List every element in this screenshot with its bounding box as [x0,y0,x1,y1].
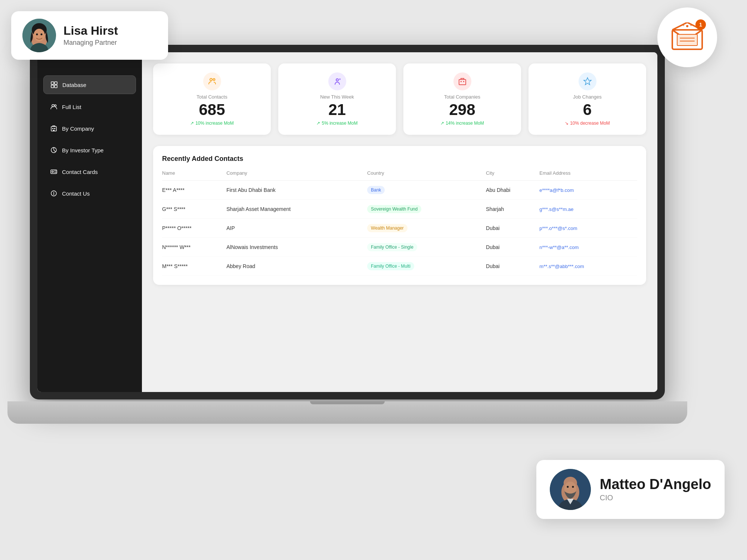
up-arrow-icon-2: ↗ [316,121,320,126]
svg-rect-3 [55,85,57,88]
job-changes-value: 6 [583,102,592,118]
job-changes-change: ↘ 10% decrease MoM [565,121,610,126]
cell-email: m**.s**@abb***.com [539,257,637,276]
sidebar-item-full-list-label: Full List [62,104,81,110]
svg-point-31 [567,486,568,488]
svg-point-14 [210,78,212,81]
matteo-avatar [550,469,591,510]
table-row: N****** W*** AlNowais Investments Family… [162,238,637,257]
cell-city: Dubai [486,238,539,257]
cell-company: Sharjah Asset Management [226,200,367,219]
cell-city: Sharjah [486,200,539,219]
new-this-week-label: New This Week [320,94,354,100]
table-title: Recently Added Contacts [162,155,637,163]
cell-city: Dubai [486,219,539,238]
up-arrow-icon: ↗ [190,121,194,126]
total-companies-value: 298 [449,102,475,118]
svg-rect-0 [51,82,54,84]
laptop-frame: Database Full List [30,45,710,485]
stat-card-job-changes: Job Changes 6 ↘ 10% decrease MoM [529,63,646,135]
lisa-info: Lisa Hirst Managing Partner [63,24,118,47]
svg-point-24 [34,29,45,41]
grid-icon [50,81,58,88]
recently-added-table-card: Recently Added Contacts Name Company Cou… [153,146,646,285]
stat-card-new-this-week: New This Week 21 ↗ 5% increase MoM [278,63,396,135]
matteo-dangelo-card: Matteo D'Angelo CIO [536,460,725,519]
total-contacts-value: 685 [199,102,225,118]
circle-icon [50,190,58,197]
building-icon [50,125,58,132]
cell-name: E*** A**** [162,181,226,200]
svg-point-5 [55,105,56,107]
cell-category: Family Office - Single [367,238,486,257]
svg-rect-19 [463,81,464,82]
notification-bubble[interactable]: 1 [657,7,717,67]
sidebar-item-by-company[interactable]: By Company [43,119,136,137]
lisa-hirst-card: Lisa Hirst Managing Partner [11,11,168,60]
col-name: Name [162,170,226,181]
job-changes-icon [579,72,596,90]
sidebar: Database Full List [37,52,142,392]
matteo-title: CIO [600,494,711,502]
cell-name: M*** S***** [162,257,226,276]
svg-rect-1 [55,82,57,84]
svg-rect-8 [54,128,55,129]
main-content: Total Contacts 685 ↗ 10% increase MoM [142,52,657,392]
table-row: E*** A**** First Abu Dhabi Bank Bank Abu… [162,181,637,200]
cell-category: Bank [367,181,486,200]
lisa-title: Managing Partner [63,39,118,47]
cell-company: Abbey Road [226,257,367,276]
new-this-week-icon [328,72,346,90]
svg-point-25 [36,34,38,35]
svg-point-4 [52,105,54,107]
svg-rect-17 [459,80,466,85]
sidebar-item-by-investor-type[interactable]: By Investor Type [43,141,136,159]
down-arrow-icon: ↘ [565,121,568,126]
job-changes-label: Job Changes [573,94,602,100]
sidebar-item-contact-cards[interactable]: Contact Cards [43,163,136,181]
table-row: G*** S**** Sharjah Asset Management Sove… [162,200,637,219]
total-companies-change: ↗ 14% increase MoM [440,121,484,126]
col-city: City [486,170,539,181]
card-icon [50,168,58,175]
cell-name: G*** S**** [162,200,226,219]
svg-rect-2 [51,85,54,88]
stats-row: Total Contacts 685 ↗ 10% increase MoM [153,63,646,135]
cell-company: First Abu Dhabi Bank [226,181,367,200]
matteo-name: Matteo D'Angelo [600,477,711,492]
svg-point-26 [41,34,43,35]
matteo-info: Matteo D'Angelo CIO [600,477,711,503]
notification-count: 1 [695,19,706,30]
svg-point-12 [52,171,53,172]
total-companies-label: Total Companies [444,94,480,100]
col-email: Email Address [539,170,637,181]
svg-rect-34 [677,34,697,46]
svg-point-32 [572,486,574,488]
sidebar-item-full-list[interactable]: Full List [43,98,136,116]
sidebar-item-database[interactable]: Database [43,75,136,94]
svg-point-38 [683,25,684,26]
total-contacts-icon [203,72,221,90]
contacts-table: Name Company Country City Email Address … [162,170,637,276]
lisa-avatar [22,19,56,52]
users-icon [50,103,58,111]
cell-email: n***-w**@a**.com [539,238,637,257]
cell-company: AlNowais Investments [226,238,367,257]
notification-envelope-icon: 1 [670,22,704,52]
sidebar-item-contact-cards-label: Contact Cards [62,169,98,175]
svg-rect-18 [461,81,462,82]
stat-card-total-contacts: Total Contacts 685 ↗ 10% increase MoM [153,63,271,135]
laptop-base [7,401,687,424]
sidebar-item-by-investor-type-label: By Investor Type [62,147,103,153]
sidebar-item-by-company-label: By Company [62,125,94,132]
cell-email: e****a@f*b.com [539,181,637,200]
cell-name: P***** O***** [162,219,226,238]
sidebar-item-contact-us[interactable]: Contact Us [43,184,136,202]
col-company: Company [226,170,367,181]
table-row: M*** S***** Abbey Road Family Office - M… [162,257,637,276]
col-country: Country [367,170,486,181]
new-this-week-value: 21 [328,102,346,118]
lisa-name: Lisa Hirst [63,24,118,37]
cell-email: g***.s@s**m.ae [539,200,637,219]
total-companies-icon [453,72,471,90]
